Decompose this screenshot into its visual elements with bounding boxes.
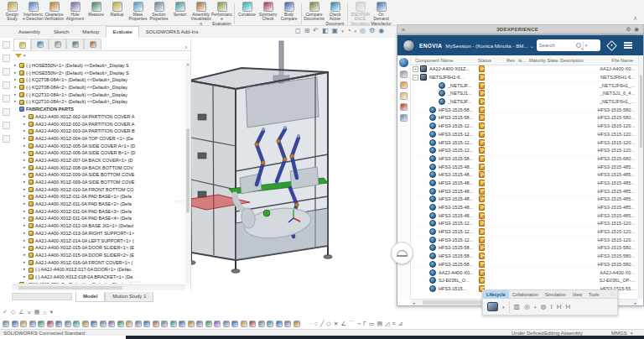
pin-icon[interactable]: ◉ — [378, 27, 384, 35]
tree-item[interactable]: AA2J-A400-X01Z-006-0A SIDE COVER B<1> (D — [14, 149, 185, 157]
configurationmanager-tab[interactable] — [49, 39, 66, 50]
toolbar-icon[interactable] — [117, 321, 124, 327]
more-tabs-icon[interactable]: › — [185, 44, 190, 50]
left-tool-icon[interactable] — [3, 95, 10, 102]
component-row[interactable]: AA2J-A400-X0... AA2J-A400-X0... — [411, 269, 638, 277]
sketch-hatch-icon[interactable]: ▤ — [377, 320, 382, 327]
component-row[interactable]: HFS3-1515-48... HFS3-1515-485... — [411, 211, 638, 220]
component-row[interactable]: HFS3-1515-58... HFS3-1515-580... — [411, 106, 638, 114]
filter-edges-icon[interactable]: ∠ — [18, 309, 23, 316]
assistant-button[interactable] — [391, 242, 413, 264]
component-row[interactable]: HFS3-1515-58... HFS3-1515-580... — [411, 244, 638, 253]
tab-markup[interactable]: Markup — [75, 26, 106, 38]
dropdown-caret[interactable]: ▾ — [341, 27, 344, 35]
explore-icon[interactable]: ◎ — [524, 303, 530, 311]
dropdown-caret[interactable]: ▾ — [355, 27, 357, 35]
component-row[interactable]: HFS3-1515-48... HFS3-1515-485... — [411, 180, 638, 188]
insert-icon[interactable]: I — [551, 303, 553, 311]
column-header[interactable]: Rev — [506, 58, 515, 63]
tab-solidworks-add-ins[interactable]: SOLIDWORKS Add-Ins — [139, 26, 205, 38]
document-status-icon[interactable]: ▥ — [514, 303, 521, 311]
component-row[interactable]: HFS3-1515-58... HFS3-1515-680... — [411, 155, 638, 164]
tree-item[interactable]: AA2J-A400-X01Z-013-0A RIGHT SUPPORT<1> — [14, 230, 185, 237]
left-tool-icon[interactable] — [3, 55, 10, 62]
component-row[interactable]: AA2J-A400-X01Z... AA2J-A400-X0... — [411, 65, 638, 74]
component-row[interactable]: HFS3-1515-12... HFS3-1515-120... — [411, 131, 638, 139]
hole-alignment-button[interactable]: Hole Alignment — [65, 0, 86, 22]
sensor-button[interactable]: Sensor — [169, 0, 190, 17]
actionbar-tab-collaboration[interactable]: Collaboration — [509, 290, 542, 299]
component-row[interactable]: HFS3-1515-48... HFS3-1515-485... — [411, 163, 638, 171]
tree-item[interactable]: (-) KQ2T08-08A<2> (Default) <<Default>_D… — [14, 84, 185, 91]
toolbar-icon[interactable] — [293, 321, 300, 327]
featuremanager-tab[interactable] — [13, 39, 31, 50]
filter-funnel-icon[interactable] — [15, 54, 22, 58]
tree-item[interactable]: AA2J-A400-X01Z-014-0A LEFT SUPPORT<1> ( — [14, 237, 185, 245]
pin-icon[interactable]: ◉ — [634, 26, 639, 33]
left-tool-icon[interactable] — [3, 122, 10, 129]
mass-properties-button[interactable]: Mass Properties — [127, 0, 148, 22]
component-row[interactable]: HFS3-1515-12... HFS3-1515-120... — [411, 220, 638, 228]
left-tool-icon[interactable] — [3, 81, 10, 89]
divider[interactable] — [509, 301, 510, 313]
view-orientation-icon[interactable]: ▣ — [332, 27, 339, 35]
component-row[interactable]: HFS3-1515-12... HFS3-1515-120... — [411, 147, 638, 155]
toolbar-icon[interactable] — [188, 321, 195, 327]
toolbar-icon[interactable] — [196, 321, 203, 327]
filter-vertices-icon[interactable]: ◇ — [11, 309, 15, 316]
component-row[interactable]: HFS3-1515-12... HFS3-1515-120... — [411, 236, 638, 244]
left-tool-icon[interactable] — [3, 108, 10, 116]
actionbar-tab-simulation[interactable]: Simulation — [542, 290, 569, 299]
toolbar-icon[interactable] — [170, 321, 177, 327]
tree-item[interactable]: (-) KQ2T10-08A<1> (Default) <<Default>_D… — [14, 91, 185, 99]
symmetry-check-button[interactable]: Symmetry Check — [257, 0, 278, 22]
filter-toggle-icon[interactable]: ✓ — [3, 309, 8, 316]
previous-view-icon[interactable]: ↶ — [313, 27, 319, 35]
check-active-document-button[interactable]: Check Active Document — [325, 0, 345, 26]
sketch-trim-icon[interactable]: ✕ — [334, 320, 339, 327]
sketch-polygon-icon[interactable]: ◇ — [326, 320, 330, 327]
toolbar-icon[interactable] — [126, 321, 132, 327]
toolbar-icon[interactable] — [38, 321, 44, 327]
sketch-arc-icon[interactable]: ⌒ — [349, 320, 355, 327]
collapse-ribbon-icon[interactable]: ∧ — [633, 15, 637, 22]
section-properties-button[interactable]: Section Properties — [148, 0, 169, 22]
body-compare-button[interactable]: Body Compare — [278, 0, 299, 22]
column-header[interactable]: Description — [560, 58, 584, 63]
chart-icon[interactable] — [400, 103, 408, 111]
sketch-point-icon[interactable]: · — [310, 320, 312, 327]
curvature-button[interactable]: Curvature — [236, 0, 257, 17]
scroll-left-icon[interactable]: ◂ — [413, 300, 415, 305]
toolbar-icon[interactable] — [214, 321, 221, 327]
zoom-to-area-icon[interactable]: ⊞ — [304, 27, 310, 35]
filter-faces-icon[interactable]: ≡ — [28, 310, 31, 316]
settings-icon[interactable]: ⚙ — [626, 26, 631, 33]
tree-item[interactable]: (-) AA2J-A400-X01Z-017-0A DOOR<1> (Defau — [14, 266, 185, 274]
component-row[interactable]: HFS3-1515-58... HFS3-1515-580... — [411, 261, 638, 269]
design-study-button[interactable]: Design Study — [2, 0, 23, 22]
tree-item[interactable]: AA2J-A400-X01Z-003-0A PARTITION COVER B — [14, 128, 185, 135]
expander-icon[interactable] — [413, 66, 418, 72]
tab-evaluate[interactable]: Evaluate — [106, 26, 138, 38]
propertymanager-tab[interactable] — [31, 39, 49, 50]
component-row[interactable]: _NETSJ1... _NETSJ1_6_4... — [411, 90, 638, 98]
search-input[interactable] — [539, 43, 576, 48]
component-row[interactable]: HFS3-1515-48... HFS3-1515-485... — [411, 171, 638, 180]
left-tool-icon[interactable] — [3, 41, 10, 49]
tree-item[interactable]: AA2J-A400-X01Z-002-0A PARTITION COVER A — [14, 121, 185, 128]
toolbar-icon[interactable] — [153, 321, 159, 327]
sketch-corner-icon[interactable]: Γ — [363, 320, 366, 327]
actionbar-tab-lifecycle[interactable]: Lifecycle — [483, 290, 509, 299]
tree-item[interactable]: AA2J-A400-X01Z-007-0A BACK COVER<1> (D — [14, 157, 185, 164]
measure-button[interactable]: Measure — [86, 0, 106, 17]
menu-icon[interactable] — [624, 41, 632, 50]
horizontal-scrollbar[interactable] — [12, 293, 72, 300]
toolbar-icon[interactable] — [82, 321, 89, 327]
toolbar-icon[interactable] — [12, 321, 18, 327]
toolbar-icon[interactable] — [20, 321, 27, 327]
filter-surface-icon[interactable]: ▦ — [34, 309, 40, 316]
sketch-rectangle-icon[interactable]: ▭ — [369, 320, 375, 327]
column-header[interactable]: Is... — [518, 58, 526, 63]
tree-item[interactable]: AA2J-A400-X01Z-011-0A PAD BASE<1> (Defa — [14, 193, 185, 201]
tree-item[interactable]: AA2J-A400-X01Z-002-0A PARTITION COVER A — [14, 113, 185, 121]
